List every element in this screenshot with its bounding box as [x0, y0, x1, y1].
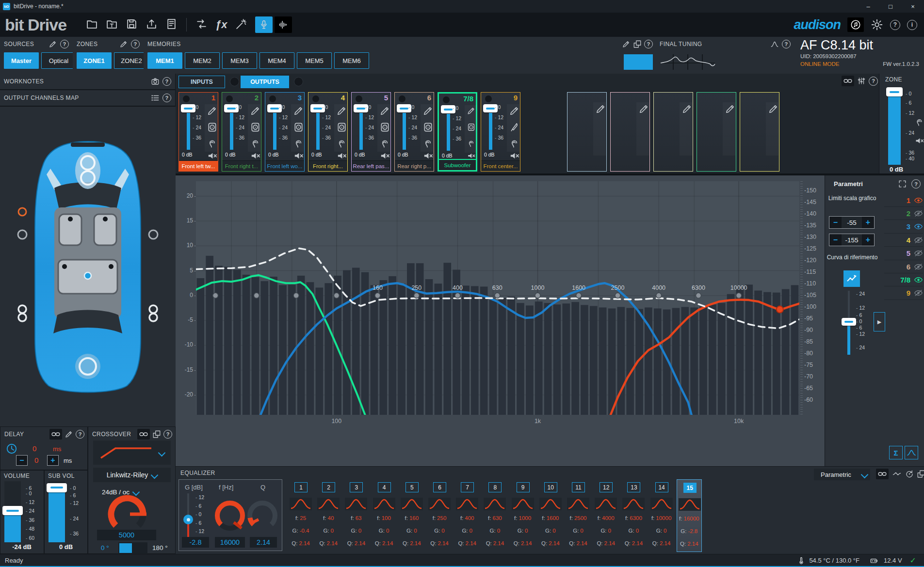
- eye-open-icon[interactable]: [914, 276, 923, 284]
- zone-fader-handle[interactable]: [886, 87, 903, 96]
- eq-band-number-12[interactable]: 12: [600, 482, 613, 492]
- edit-final-tuning-icon[interactable]: [622, 40, 631, 48]
- memory-button-mem4[interactable]: MEM4: [259, 52, 294, 69]
- pencil-icon[interactable]: [768, 103, 779, 114]
- ear-icon[interactable]: [914, 117, 924, 127]
- eq-frequency-knob[interactable]: [213, 494, 247, 535]
- scale-lower-decrement[interactable]: −: [829, 234, 842, 246]
- eq-band-number-3[interactable]: 3: [350, 482, 363, 492]
- empty-channel-strip-1[interactable]: [567, 92, 607, 172]
- empty-channel-strip-2[interactable]: [610, 92, 650, 172]
- channel-fader-track[interactable]: [403, 113, 406, 150]
- eq-gain-slider[interactable]: -12-6-0-6-12: [183, 493, 210, 538]
- eq-link-icon[interactable]: [876, 469, 889, 479]
- channel-strip-2[interactable]: 2-0-12-24-360 dBFront right t...: [222, 92, 261, 172]
- mixer-sliders-icon[interactable]: [857, 77, 866, 85]
- eq-q-knob[interactable]: [247, 494, 278, 535]
- channel-fader-track[interactable]: [447, 114, 450, 151]
- zone-help-icon[interactable]: ?: [869, 77, 878, 86]
- ear-icon[interactable]: [509, 138, 520, 149]
- pencil-icon[interactable]: [725, 103, 736, 114]
- eq-gain-value[interactable]: -2.8: [182, 537, 209, 548]
- expand-icon[interactable]: [898, 179, 907, 189]
- eq-band-2[interactable]: 2f:40G:0Q:2.14: [316, 479, 341, 552]
- maximize-button[interactable]: □: [879, 0, 902, 13]
- speaker-marker-front-tweeters[interactable]: [75, 152, 100, 189]
- speaker-marker-rear-left[interactable]: [62, 264, 67, 269]
- channel-label[interactable]: Front left wo...: [265, 160, 304, 171]
- eq-band-number-5[interactable]: 5: [405, 482, 419, 492]
- eq-mode-select[interactable]: Parametric: [814, 469, 870, 480]
- speaker-marker-rear-left-door[interactable]: [18, 305, 26, 321]
- channel-strip-9[interactable]: 9-0-12-24-360 dBFront center...: [481, 92, 520, 172]
- pencil-icon[interactable]: [250, 105, 261, 116]
- parametri-help-icon[interactable]: ?: [911, 179, 921, 189]
- eq-band-number-11[interactable]: 11: [572, 482, 585, 492]
- visibility-row-channel-6[interactable]: 6: [884, 260, 923, 273]
- delay-increment-button[interactable]: +: [47, 455, 59, 466]
- tab-outputs[interactable]: OUTPUTS: [241, 76, 289, 88]
- visibility-row-channel-7-8[interactable]: 7/8: [884, 273, 923, 286]
- channel-fader-track[interactable]: [489, 113, 492, 150]
- eq-freq-value[interactable]: 16000: [215, 537, 245, 548]
- channel-fader-track[interactable]: [316, 113, 320, 150]
- zone-mute-icon[interactable]: [914, 136, 924, 146]
- channel-fader-track[interactable]: [273, 113, 276, 150]
- channel-label[interactable]: Front center...: [481, 160, 520, 171]
- eq-marker-400[interactable]: [455, 293, 460, 298]
- worknotes-help-icon[interactable]: ?: [162, 77, 171, 86]
- eq-marker-40[interactable]: [254, 293, 259, 298]
- crossover-link-icon[interactable]: [137, 429, 150, 440]
- scale-lower-increment[interactable]: +: [862, 234, 874, 246]
- crossover-type-select[interactable]: Linkwitz-Riley: [93, 468, 171, 482]
- eye-open-icon[interactable]: [914, 197, 923, 204]
- speaker-icon[interactable]: [467, 123, 476, 132]
- channel-strip-5[interactable]: 5-0-12-24-360 dBRear left pas...: [351, 92, 391, 172]
- eq-band-15[interactable]: 15f:16000G:-2.8Q:2.14: [677, 479, 702, 552]
- open-template-button[interactable]: [106, 18, 118, 32]
- speaker-marker-selected-subwoofer[interactable]: [84, 272, 91, 279]
- reset-eq-icon[interactable]: [905, 470, 914, 478]
- visibility-row-channel-1[interactable]: 1: [884, 194, 923, 207]
- peak-curve-icon[interactable]: [770, 40, 779, 48]
- eq-band-12[interactable]: 12f:4000G:0Q:2.14: [593, 479, 618, 552]
- memory-button-mem3[interactable]: MEM3: [222, 52, 257, 69]
- speaker-icon[interactable]: [207, 122, 218, 133]
- wizard-button[interactable]: [235, 18, 247, 32]
- pencil-icon[interactable]: [207, 105, 218, 116]
- eq-band-number-10[interactable]: 10: [544, 482, 557, 492]
- eq-band-number-1[interactable]: 1: [294, 482, 308, 492]
- eq-band-number-8[interactable]: 8: [488, 482, 502, 492]
- eq-band-14[interactable]: 14f:10000G:0Q:2.14: [649, 479, 674, 552]
- eq-marker-selected-16000[interactable]: [777, 306, 783, 313]
- speaker-marker-front-left-door[interactable]: [18, 208, 26, 216]
- empty-channel-strip-4[interactable]: [697, 92, 736, 172]
- speaker-icon[interactable]: [293, 122, 304, 133]
- crossover-help-icon[interactable]: ?: [163, 430, 172, 439]
- channel-label[interactable]: Subwoofer: [439, 159, 476, 170]
- eq-band-number-7[interactable]: 7: [461, 482, 474, 492]
- analyzer-button[interactable]: [275, 16, 292, 33]
- source-button-master[interactable]: Master: [4, 52, 39, 69]
- eq-marker-4000[interactable]: [656, 293, 662, 298]
- channel-fader-track[interactable]: [230, 113, 233, 150]
- ear-icon[interactable]: [293, 138, 304, 149]
- mute-icon[interactable]: [422, 150, 434, 161]
- eq-marker-6300[interactable]: [696, 293, 701, 298]
- channel-fader-track[interactable]: [187, 113, 190, 150]
- speaker-marker-rear-right[interactable]: [109, 264, 113, 269]
- delay-help-icon[interactable]: ?: [76, 430, 84, 439]
- save-project-button[interactable]: [126, 18, 138, 32]
- eq-gain-handle[interactable]: [183, 515, 193, 524]
- eq-band-5[interactable]: 5f:160G:0Q:2.14: [399, 479, 424, 552]
- channel-strip-6[interactable]: 6-0-12-24-360 dBRear right p...: [394, 92, 434, 172]
- speaker-icon[interactable]: [250, 122, 261, 133]
- ear-icon[interactable]: [422, 138, 434, 149]
- panel-collapse-arrow[interactable]: ▶: [874, 312, 885, 331]
- camera-icon[interactable]: [151, 77, 160, 86]
- eq-q-value[interactable]: 2.14: [250, 537, 277, 548]
- speaker-marker-right-mid[interactable]: [149, 230, 158, 239]
- crossover-copy-icon[interactable]: [152, 430, 161, 439]
- eq-marker-2500[interactable]: [615, 293, 620, 298]
- subvol-fader-handle[interactable]: [47, 483, 67, 492]
